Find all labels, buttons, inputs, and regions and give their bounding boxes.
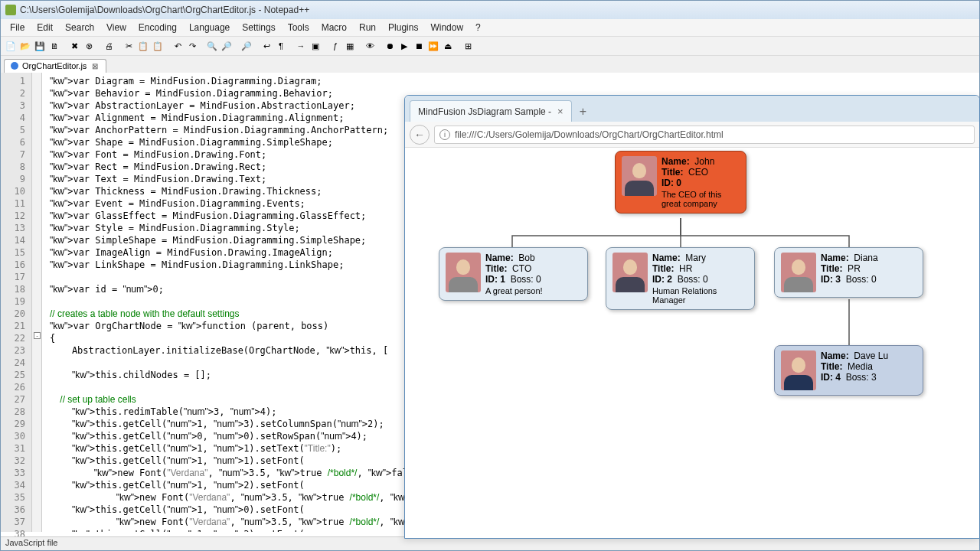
toolbar: 📄📂💾🗎✖⊗🖨✂📋📋↶↷🔍🔎🔎↩¶→▣ƒ▦👁⏺▶⏹⏩⏏⊞ [1, 36, 979, 56]
back-button[interactable]: ← [410, 125, 430, 145]
close-button[interactable]: ✖ [67, 39, 81, 53]
menu-run[interactable]: Run [353, 21, 382, 34]
close-tab-icon[interactable]: × [557, 106, 564, 117]
new-button[interactable]: 📄 [4, 39, 18, 53]
menu-macro[interactable]: Macro [315, 21, 353, 34]
replace-button[interactable]: 🔎 [220, 39, 234, 53]
cut-button[interactable]: ✂ [122, 39, 136, 53]
org-node-1[interactable]: Name: BobTitle: CTOID: 1 Boss: 0A great … [439, 247, 588, 301]
avatar [446, 253, 481, 292]
redo-button[interactable]: ↷ [185, 39, 199, 53]
save2-button[interactable]: ⏏ [441, 39, 455, 53]
rec-button[interactable]: ⏺ [383, 39, 397, 53]
fold-button[interactable]: ▣ [309, 39, 322, 53]
menu-?[interactable]: ? [469, 21, 487, 34]
menu-tools[interactable]: Tools [282, 21, 315, 34]
paste-button[interactable]: 📋 [151, 39, 165, 53]
fast-button[interactable]: ⏩ [426, 39, 440, 53]
menu-edit[interactable]: Edit [31, 21, 59, 34]
new-tab-button[interactable]: + [572, 102, 594, 122]
wrap-button[interactable]: ↩ [260, 39, 273, 53]
menu-file[interactable]: File [4, 21, 31, 34]
menu-window[interactable]: Window [424, 21, 469, 34]
menu-encoding[interactable]: Encoding [132, 21, 183, 34]
find-button[interactable]: 🔍 [205, 39, 219, 53]
save-button[interactable]: 💾 [33, 39, 47, 53]
func-button[interactable]: ƒ [328, 39, 342, 53]
menu-bar: FileEditSearchViewEncodingLanguageSettin… [1, 19, 979, 36]
menu-search[interactable]: Search [59, 21, 100, 34]
avatar [781, 350, 816, 390]
browser-tabs: MindFusion JsDiagram Sample - × + [405, 96, 979, 122]
play-button[interactable]: ▶ [397, 39, 411, 53]
menu-settings[interactable]: Settings [236, 21, 281, 34]
indent-button[interactable]: → [294, 39, 308, 53]
chars-button[interactable]: ¶ [274, 39, 288, 53]
file-tab[interactable]: OrgChartEditor.js ⊠ [4, 59, 106, 73]
avatar [622, 156, 657, 196]
line-gutter: 1234567891011121314151617181920212223242… [1, 73, 31, 532]
title-bar[interactable]: C:\Users\Golemija\Downloads\OrgChart\Org… [1, 1, 979, 19]
browser-tab-title: MindFusion JsDiagram Sample - [418, 106, 551, 117]
comment-button[interactable]: ▦ [343, 39, 357, 53]
avatar [612, 253, 648, 292]
eye-button[interactable]: 👁 [363, 39, 377, 53]
browser-tab[interactable]: MindFusion JsDiagram Sample - × [410, 100, 572, 122]
zoom-button[interactable]: 🔎 [240, 39, 253, 53]
menu-plugins[interactable]: Plugins [382, 21, 424, 34]
avatar [781, 253, 816, 292]
org-node-3[interactable]: Name: DianaTitle: PRID: 3 Boss: 0 [774, 247, 923, 298]
plugin-button[interactable]: ⊞ [461, 39, 475, 53]
org-node-4[interactable]: Name: Dave LuTitle: MediaID: 4 Boss: 3 [774, 345, 923, 396]
undo-button[interactable]: ↶ [171, 39, 185, 53]
file-tab-label: OrgChartEditor.js [22, 61, 87, 70]
editor-tabs: OrgChartEditor.js ⊠ [1, 56, 979, 73]
menu-view[interactable]: View [100, 21, 132, 34]
address-bar[interactable]: i file:///C:/Users/Golemija/Downloads/Or… [434, 126, 975, 144]
app-icon [5, 5, 16, 15]
page-info-icon[interactable]: i [439, 129, 450, 140]
closeall-button[interactable]: ⊗ [82, 39, 96, 53]
browser-content[interactable]: Name: JohnTitle: CEOID: 0The CEO of this… [405, 148, 979, 538]
stop-button[interactable]: ⏹ [412, 39, 426, 53]
org-node-2[interactable]: Name: MaryTitle: HRID: 2 Boss: 0Human Re… [606, 247, 755, 310]
org-node-0[interactable]: Name: JohnTitle: CEOID: 0The CEO of this… [615, 151, 746, 214]
print-button[interactable]: 🖨 [102, 39, 116, 53]
url-text: file:///C:/Users/Golemija/Downloads/OrgC… [455, 129, 724, 140]
browser-window: MindFusion JsDiagram Sample - × + ← i fi… [404, 95, 980, 539]
file-status-icon [11, 62, 18, 70]
saveall-button[interactable]: 🗎 [47, 39, 61, 53]
copy-button[interactable]: 📋 [136, 39, 150, 53]
title-text: C:\Users\Golemija\Downloads\OrgChart\Org… [20, 5, 309, 15]
fold-column: - [31, 73, 42, 532]
menu-language[interactable]: Language [183, 21, 236, 34]
open-button[interactable]: 📂 [18, 39, 32, 53]
close-tab-icon[interactable]: ⊠ [90, 62, 100, 70]
browser-toolbar: ← i file:///C:/Users/Golemija/Downloads/… [405, 122, 979, 148]
file-type-label: JavaScript file [5, 538, 57, 547]
fold-toggle[interactable]: - [34, 332, 41, 339]
